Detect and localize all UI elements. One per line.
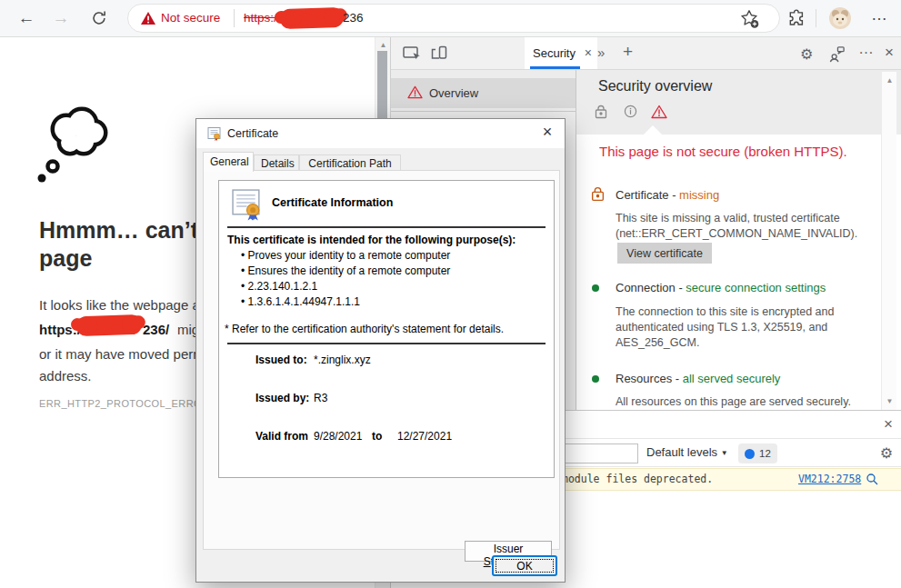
devtools-menu-icon[interactable]: … xyxy=(858,40,875,58)
resources-description: All resources on this page are served se… xyxy=(616,394,851,410)
view-certificate-button[interactable]: View certificate xyxy=(617,243,712,264)
add-favorite-icon[interactable] xyxy=(740,9,759,28)
certificate-small-icon xyxy=(207,126,222,141)
active-tab-underline xyxy=(530,66,580,69)
sidebar-item-overview[interactable]: Overview xyxy=(391,78,576,108)
connection-description: The connection to this site is encrypted… xyxy=(616,304,834,351)
resources-status-link[interactable]: all served securely xyxy=(683,372,781,385)
certificate-description: This site is missing a valid, trusted ce… xyxy=(616,211,857,242)
valid-to-word: to xyxy=(372,430,382,443)
secure-lock-filter-icon[interactable] xyxy=(595,105,607,119)
tab-security[interactable]: Security × xyxy=(525,37,597,69)
console-close-icon[interactable]: × xyxy=(884,415,893,434)
scroll-up-icon[interactable]: ▲ xyxy=(882,76,897,85)
tab-general[interactable]: General xyxy=(203,152,254,172)
connection-status-link[interactable]: secure connection settings xyxy=(686,281,826,294)
issued-by-value: R3 xyxy=(314,392,327,404)
resources-secure-dot-icon xyxy=(592,375,599,383)
devtools-toolbar: Welcome Security × » + 1 12 ⚙ … × xyxy=(391,37,901,70)
message-bubble-icon xyxy=(745,449,755,459)
thought-bubble-icon xyxy=(36,102,113,185)
more-tabs-icon[interactable]: » xyxy=(597,45,605,60)
body-line-1: It looks like the webpage a xyxy=(39,297,200,313)
address-bar[interactable] xyxy=(127,4,780,33)
search-icon[interactable] xyxy=(866,473,878,485)
certificate-info-box: Certificate Information This certificate… xyxy=(218,180,555,478)
back-icon[interactable]: ← xyxy=(15,0,38,36)
body-line-3: or it may have moved perm xyxy=(39,346,205,362)
purpose-item: 2.23.140.1.2.1 xyxy=(241,279,450,294)
toolbar-divider xyxy=(816,9,816,27)
separator-rule xyxy=(227,343,546,344)
filter-notch xyxy=(644,125,662,135)
certificate-missing-lock-icon xyxy=(591,186,605,202)
scroll-down-icon[interactable]: ▼ xyxy=(882,397,897,405)
new-panel-icon[interactable]: + xyxy=(623,42,633,62)
profile-avatar[interactable] xyxy=(829,7,851,29)
inspect-element-icon[interactable] xyxy=(403,45,421,63)
devtools-close-icon[interactable]: × xyxy=(885,44,894,62)
devtools-settings-gear-icon[interactable]: ⚙ xyxy=(800,45,813,63)
info-filter-icon[interactable] xyxy=(624,105,637,118)
not-secure-warning-icon xyxy=(141,12,155,25)
valid-to-value: 12/27/2021 xyxy=(397,430,452,443)
body-url-tail: 236/ xyxy=(143,322,169,337)
chevron-down-icon: ▼ xyxy=(721,449,728,457)
refresh-icon[interactable] xyxy=(91,10,107,26)
security-alert-text: This page is not secure (broken HTTPS). xyxy=(599,144,847,159)
dialog-titlebar[interactable]: Certificate × xyxy=(196,119,565,148)
dialog-title: Certificate xyxy=(227,127,278,140)
not-secure-label[interactable]: Not secure xyxy=(161,11,220,25)
security-title: Security overview xyxy=(598,78,712,95)
connection-section-title: Connection - secure connection settings xyxy=(616,281,826,294)
device-toolbar-icon[interactable] xyxy=(430,45,448,63)
error-page-heading: Hmmm… can’t page xyxy=(39,216,198,273)
certificate-large-icon xyxy=(231,187,265,221)
console-warning-message: module files deprecated. xyxy=(562,473,713,485)
scroll-up-icon[interactable]: ▲ xyxy=(375,41,391,49)
url-tail: 236 xyxy=(343,11,364,25)
purpose-item: Proves your identity to a remote compute… xyxy=(241,248,450,264)
valid-from-label: Valid from xyxy=(255,430,308,443)
forward-icon[interactable]: → xyxy=(49,0,73,36)
purposes-list: Proves your identity to a remote compute… xyxy=(241,248,450,310)
address-divider xyxy=(234,9,235,27)
page-url-redaction-scribble xyxy=(76,314,143,336)
extensions-puzzle-icon[interactable] xyxy=(787,9,806,27)
issued-to-value: *.zinglix.xyz xyxy=(314,354,371,366)
purpose-item: Ensures the identity of a remote compute… xyxy=(241,264,450,279)
browser-toolbar: ← → Not secure https:// 236 … xyxy=(0,0,901,37)
insecure-warning-filter-icon[interactable] xyxy=(651,105,667,119)
log-levels-dropdown[interactable]: Default levels ▼ xyxy=(646,445,728,459)
page-scrollbar-thumb[interactable] xyxy=(377,51,387,118)
overview-warning-icon xyxy=(407,85,423,99)
dialog-close-icon[interactable]: × xyxy=(537,123,557,142)
console-messages-badge[interactable]: 12 xyxy=(738,443,777,463)
browser-menu-icon[interactable]: … xyxy=(871,5,888,25)
certificate-section-title: Certificate - missing xyxy=(616,188,719,202)
issued-to-label: Issued to: xyxy=(255,354,307,366)
connection-secure-dot-icon xyxy=(592,284,599,292)
url-redaction-scribble xyxy=(280,7,345,29)
certificate-dialog: Certificate × General Details Certificat… xyxy=(195,118,566,583)
security-overview-panel: Security overview This page is not secur… xyxy=(576,70,901,410)
security-header: Security overview xyxy=(576,70,901,135)
purposes-title: This certificate is intended for the fol… xyxy=(227,234,516,246)
refer-note: * Refer to the certification authority's… xyxy=(225,323,504,335)
console-source-link[interactable]: VM212:2758 xyxy=(798,473,861,485)
separator-rule xyxy=(227,226,546,228)
ok-button[interactable]: OK xyxy=(492,555,557,576)
certificate-info-title: Certificate Information xyxy=(272,196,393,209)
general-tab-page: Certificate Information This certificate… xyxy=(203,170,560,550)
tab-close-icon[interactable]: × xyxy=(585,45,592,60)
feedback-icon[interactable] xyxy=(828,45,846,63)
certificate-status: missing xyxy=(679,188,719,202)
resources-section-title: Resources - all served securely xyxy=(616,372,780,385)
error-code: ERR_HTTP2_PROTOCOL_ERROR xyxy=(39,398,209,409)
security-panel-scrollbar[interactable]: ▲ ▼ xyxy=(881,72,896,410)
browser-window: ← → Not secure https:// 236 … xyxy=(0,0,901,588)
body-line-4: address. xyxy=(39,368,92,384)
sidebar-separator xyxy=(391,111,576,112)
issued-by-label: Issued by: xyxy=(255,392,309,404)
console-settings-gear-icon[interactable]: ⚙ xyxy=(880,444,893,462)
